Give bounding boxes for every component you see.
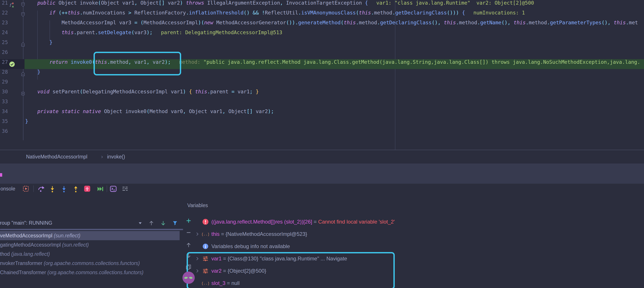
code-line-22[interactable]: 22 if (++this.numInvocations > Reflectio… (0, 10, 644, 20)
fold-end-icon[interactable] (20, 71, 26, 77)
code-line-21[interactable]: 21fx public Object invoke(Object var1, O… (0, 0, 644, 10)
chevron-down-icon[interactable] (137, 220, 144, 226)
fold-end-icon[interactable] (20, 42, 26, 47)
line-number: 36 (0, 128, 8, 138)
line-number: 28 (0, 69, 8, 79)
variable-row[interactable]: Variables debug info not available (193, 242, 644, 251)
stack-frame-row[interactable]: veMethodAccessorImpl (sun.reflect) (0, 231, 180, 240)
step-into-icon[interactable] (49, 185, 56, 192)
add-icon[interactable] (185, 217, 192, 224)
code-text: } (25, 69, 40, 79)
avatar (182, 271, 195, 284)
line-number: 34 (0, 109, 8, 118)
breakpoint-check-icon[interactable] (9, 61, 15, 68)
frame-package: (sun.reflect) (62, 242, 89, 248)
fold-plus-icon[interactable] (20, 91, 26, 96)
up-arrow-icon[interactable] (185, 242, 192, 248)
variable-row[interactable]: var1 = {Class@130} "class java.lang.Runt… (193, 254, 644, 263)
stack-frame-row[interactable]: nvokerTransformer (org.apache.commons.co… (0, 259, 180, 268)
fx-overridden-icon[interactable]: fx (9, 2, 15, 8)
frames-panel: roup "main": RUNNING veMethodAccessorImp… (0, 194, 183, 288)
code-line-27[interactable]: 27 return invoke0(this.method, var1, var… (0, 59, 644, 69)
minus-icon[interactable] (185, 229, 192, 236)
variable-text: var2 = {Object[2]@500} (212, 266, 266, 275)
code-line-33[interactable]: 33 (0, 99, 644, 109)
debugger-header-band (0, 163, 644, 184)
variable-row[interactable]: var2 = {Object[2]@500} (193, 266, 644, 275)
code-line-25[interactable]: 25 } (0, 40, 644, 49)
debug-stepping-toolbar: onsole (0, 184, 644, 194)
stack-frame-row[interactable]: gatingMethodAccessorImpl (sun.reflect) (0, 240, 180, 249)
line-number: 23 (0, 20, 8, 30)
line-number: 27 (0, 59, 8, 69)
code-line-35[interactable]: 35} (0, 118, 644, 128)
stack-frame-row[interactable]: thod (java.lang.reflect) (0, 249, 180, 259)
expand-chevron-icon[interactable] (194, 268, 200, 274)
variable-row[interactable]: ((java.lang.reflect.Method[])res (slot_2… (193, 217, 644, 226)
line-number: 21 (0, 0, 8, 10)
thread-selector[interactable]: roup "main": RUNNING (0, 218, 183, 228)
next-frame-icon[interactable] (160, 220, 166, 226)
inline-debugger-hint: var1: "class java.lang.Runtime" var2: Ob… (376, 0, 534, 6)
inline-debugger-hint: parent: DelegatingMethodAccessorImpl@513 (161, 30, 282, 35)
show-execution-point-icon[interactable] (22, 185, 30, 192)
frame-package: (org.apache.commons.collections.functors… (47, 269, 143, 275)
fold-start-icon[interactable] (20, 2, 26, 8)
info-icon (202, 243, 209, 250)
line-number: 25 (0, 40, 8, 49)
avatar-eye (189, 276, 192, 279)
evaluate-expression-icon[interactable] (110, 185, 117, 192)
braces-icon: {..} (202, 280, 209, 287)
variable-text: slot_3 = null (212, 279, 240, 287)
variable-text: var1 = {Class@130} "class java.lang.Runt… (212, 254, 347, 263)
down-arrow-icon[interactable] (185, 252, 192, 259)
frame-class: thod (0, 251, 11, 257)
previous-frame-icon[interactable] (148, 220, 155, 226)
step-out-icon[interactable] (72, 185, 80, 192)
code-line-34[interactable]: 34 private static native Object invoke0(… (0, 109, 644, 118)
code-line-29[interactable]: 29 (0, 79, 644, 89)
param-icon (202, 255, 209, 262)
code-line-26[interactable]: 26 (0, 49, 644, 59)
code-line-23[interactable]: 23 MethodAccessorImpl var3 = (MethodAcce… (0, 20, 644, 30)
code-text: void setParent(DelegatingMethodAccessorI… (25, 89, 259, 99)
thread-selector-label: roup "main": RUNNING (0, 218, 52, 228)
braces-icon: {..} (202, 231, 209, 238)
code-text: private static native Object invoke0(Met… (25, 109, 274, 118)
breadcrumb-method[interactable]: invoke() (107, 150, 125, 163)
variable-row[interactable]: {..}this = {NativeMethodAccessorImpl@523… (193, 230, 644, 238)
force-step-into-icon[interactable] (60, 185, 68, 192)
line-number: 35 (0, 118, 8, 128)
avatar-eye (184, 276, 188, 279)
expand-chevron-icon[interactable] (194, 231, 200, 237)
frames-scrollbar[interactable] (0, 229, 183, 230)
step-over-icon[interactable] (38, 185, 45, 192)
console-tab-label[interactable]: onsole (0, 184, 15, 194)
toolbar-separator (33, 185, 34, 192)
filter-icon[interactable] (172, 220, 178, 226)
line-number: 30 (0, 89, 8, 99)
variable-row[interactable]: {..}slot_3 = null (193, 279, 644, 287)
code-line-24[interactable]: 24 this.parent.setDelegate(var3);parent:… (0, 30, 644, 40)
error-icon (202, 218, 209, 225)
variables-panel-title: Variables (187, 202, 208, 208)
breadcrumb-class[interactable]: NativeMethodAccessorImpl (26, 150, 88, 163)
svg-text:f: f (10, 3, 12, 8)
drop-frame-icon[interactable] (84, 185, 91, 192)
debugger-settings-icon[interactable] (121, 185, 129, 192)
code-text: this.parent.setDelegate(var3);parent: De… (25, 30, 282, 40)
stack-frame-row[interactable]: ChainedTransformer (org.apache.commons.c… (0, 268, 180, 277)
copy-icon[interactable] (185, 264, 192, 270)
svg-text:x: x (12, 5, 14, 8)
expand-chevron-icon[interactable] (194, 256, 200, 261)
fold-start-icon[interactable] (20, 12, 26, 17)
code-line-36[interactable]: 36 (0, 128, 644, 138)
code-line-30[interactable]: 30 void setParent(DelegatingMethodAccess… (0, 89, 644, 99)
code-editor[interactable]: 21fx public Object invoke(Object var1, O… (0, 0, 644, 150)
svg-text:{..}: {..} (202, 232, 209, 236)
code-text: } (25, 118, 28, 128)
breadcrumb-bar: NativeMethodAccessorImpl › invoke() (0, 150, 644, 163)
code-line-28[interactable]: 28 } (0, 69, 644, 79)
run-to-cursor-icon[interactable] (96, 185, 104, 192)
param-icon (202, 267, 209, 274)
